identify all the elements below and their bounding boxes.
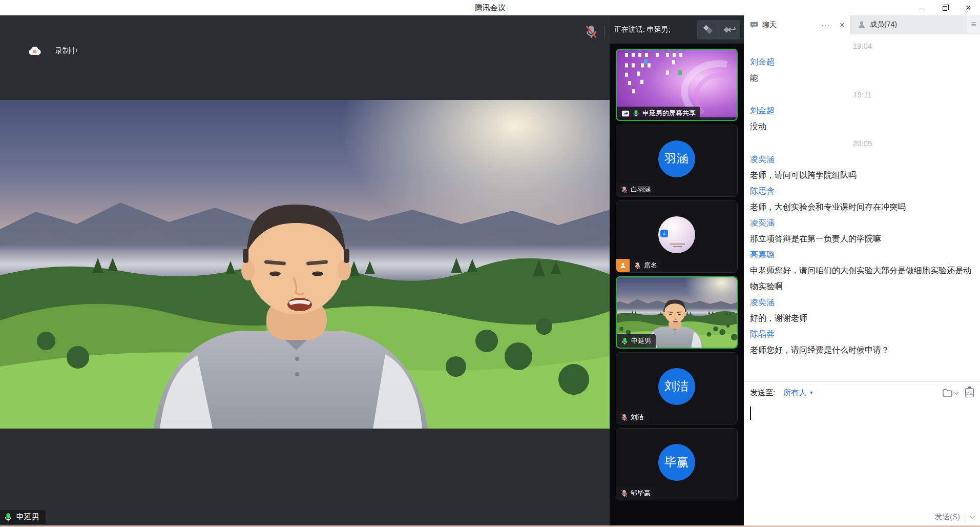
minimize-button[interactable]: –	[909, 0, 933, 15]
recording-label: 录制中	[55, 46, 78, 56]
tile-label: 刘洁	[616, 411, 649, 424]
meeting-content: 录制中 申延男 正在讲话: 申延男; ↩	[0, 15, 980, 527]
tile-name: 申延男	[631, 336, 651, 346]
menu-icon: ≡	[971, 19, 976, 30]
chat-input[interactable]	[750, 407, 974, 494]
speaker-video	[0, 100, 610, 429]
avatar: 毕赢	[658, 444, 695, 481]
back-arrow-icon: ↩	[728, 25, 736, 34]
minimize-icon: –	[919, 4, 923, 12]
tile-screen-share[interactable]: 申延男的屏幕共享	[616, 49, 738, 121]
close-icon: ×	[966, 3, 971, 13]
avatar-app-badge: 支	[660, 230, 668, 237]
sender-name: 陈晶蓉	[750, 326, 975, 342]
message-text: 申老师您好，请问咱们的大创实验大部分是做细胞实验还是动物实验啊	[750, 262, 975, 294]
tab-chat[interactable]: 聊天 ··· ×	[744, 15, 850, 34]
tile-speaker-video[interactable]: 申延男	[616, 276, 738, 349]
send-to-row: 发送至: 所有人 ▼ 公告	[744, 382, 980, 403]
message-text: 能	[750, 70, 975, 86]
strip-header-buttons: ↩	[697, 20, 740, 39]
avatar: 羽涵	[658, 140, 695, 177]
sender-name: 陈思含	[750, 183, 975, 199]
tile-name: 席名	[644, 261, 657, 270]
more-icon[interactable]: ···	[821, 21, 830, 29]
mic-muted-icon	[634, 262, 641, 270]
sender-name: 刘金超	[750, 103, 975, 118]
tile-list: 申延男的屏幕共享 羽涵 白羽涵	[616, 49, 738, 500]
tile-participant[interactable]: 刘洁 刘洁	[616, 352, 738, 424]
mic-muted-icon	[621, 414, 628, 421]
close-button[interactable]: ×	[956, 0, 980, 15]
members-icon	[858, 21, 866, 29]
sender-name: 刘金超	[750, 54, 975, 70]
message-text: 好的，谢谢老师	[750, 310, 975, 326]
sender-name: 高嘉璐	[750, 247, 975, 262]
cloud-record-icon	[28, 47, 41, 56]
layout-switch-button[interactable]	[697, 20, 719, 39]
close-chat-icon[interactable]: ×	[840, 20, 845, 30]
sender-name: 凌奕涵	[750, 215, 975, 231]
sender-name: 凌奕涵	[750, 294, 975, 310]
avatar: 支	[658, 216, 695, 253]
tile-name: 刘洁	[631, 413, 644, 422]
chevron-down-icon	[954, 390, 959, 395]
chat-timestamp: 20:05	[750, 135, 975, 151]
message-text: 老师您好，请问经费是什么时候申请？	[750, 342, 975, 358]
avatar-caption-lines	[670, 244, 685, 247]
sender-name: 凌奕涵	[750, 151, 975, 167]
tile-name: 邹毕赢	[631, 489, 651, 498]
app-window: 腾讯会议 – × 录制中 申延男 正在讲话: 申延男;	[0, 0, 980, 527]
message-text: 那立项答辩是在第一负责人的学院嘛	[750, 231, 975, 247]
tile-participant[interactable]: 毕赢 邹毕赢	[616, 428, 738, 500]
chat-panel: 聊天 ··· × 成员(74) ≡ 19:04 刘金超 能	[744, 15, 980, 527]
speaker-name-label: 申延男	[0, 510, 46, 524]
tab-members[interactable]: 成员(74)	[850, 15, 967, 34]
screen-share-icon	[621, 110, 630, 117]
restore-button[interactable]	[933, 0, 956, 15]
tile-participant[interactable]: 羽涵 白羽涵	[616, 125, 738, 197]
chat-message: 凌奕涵 那立项答辩是在第一负责人的学院嘛	[750, 215, 975, 247]
message-text: 老师，大创实验会和专业课时间存在冲突吗	[750, 199, 975, 215]
chevron-down-icon[interactable]	[970, 514, 975, 519]
tile-label: 邹毕赢	[616, 487, 655, 500]
message-text: 老师，请问可以跨学院组队吗	[750, 167, 975, 183]
tile-label: 白羽涵	[616, 183, 655, 196]
tile-label: 席名	[630, 259, 662, 272]
mic-on-icon	[633, 110, 639, 117]
chat-message: 陈思含 老师，大创实验会和专业课时间存在冲突吗	[750, 183, 975, 215]
speaker-name: 申延男	[16, 512, 39, 522]
chat-message-list[interactable]: 19:04 刘金超 能 19:11 刘金超 没动 20:05 凌奕涵 老师，请问…	[744, 34, 980, 381]
chat-bubble-icon	[750, 21, 758, 29]
recording-indicator[interactable]: 录制中	[28, 46, 78, 56]
announcement-icon: 公告	[965, 388, 974, 397]
main-video-area[interactable]: 录制中 申延男	[0, 15, 610, 527]
tile-name: 白羽涵	[631, 185, 651, 194]
send-button[interactable]: 发送(S)	[934, 512, 960, 522]
send-button-group: 发送(S)	[934, 512, 973, 522]
restore-view-button[interactable]: ↩	[719, 20, 741, 39]
panel-tabbar: 聊天 ··· × 成员(74) ≡	[744, 15, 980, 34]
tile-name: 申延男的屏幕共享	[642, 109, 696, 118]
avatar: 刘洁	[658, 368, 695, 405]
text-cursor	[750, 407, 751, 420]
strip-header: 正在讲话: 申延男; ↩	[610, 15, 744, 44]
topbar-divider	[604, 26, 604, 39]
layout-diamond-icon	[702, 24, 714, 35]
send-to-dropdown[interactable]: 所有人 ▼	[783, 388, 814, 398]
mic-muted-icon[interactable]	[585, 25, 597, 39]
mic-muted-icon	[621, 490, 628, 497]
chat-composer: 发送至: 所有人 ▼ 公告	[744, 381, 980, 527]
announcement-button[interactable]: 公告	[965, 388, 974, 397]
chat-history-button[interactable]	[942, 389, 958, 397]
chat-message: 陈晶蓉 老师您好，请问经费是什么时候申请？	[750, 326, 975, 358]
send-to-label: 发送至:	[750, 388, 775, 398]
chat-message: 高嘉璐 申老师您好，请问咱们的大创实验大部分是做细胞实验还是动物实验啊	[750, 247, 975, 294]
send-to-value: 所有人	[783, 388, 806, 398]
tile-participant[interactable]: 支 席名	[616, 200, 738, 273]
mic-muted-icon	[621, 186, 628, 194]
message-text: 没动	[750, 118, 975, 134]
panel-menu-button[interactable]: ≡	[967, 15, 980, 34]
window-controls: – ×	[909, 0, 980, 15]
chat-timestamp: 19:11	[750, 87, 975, 103]
speaking-banner: 正在讲话: 申延男;	[614, 25, 697, 34]
